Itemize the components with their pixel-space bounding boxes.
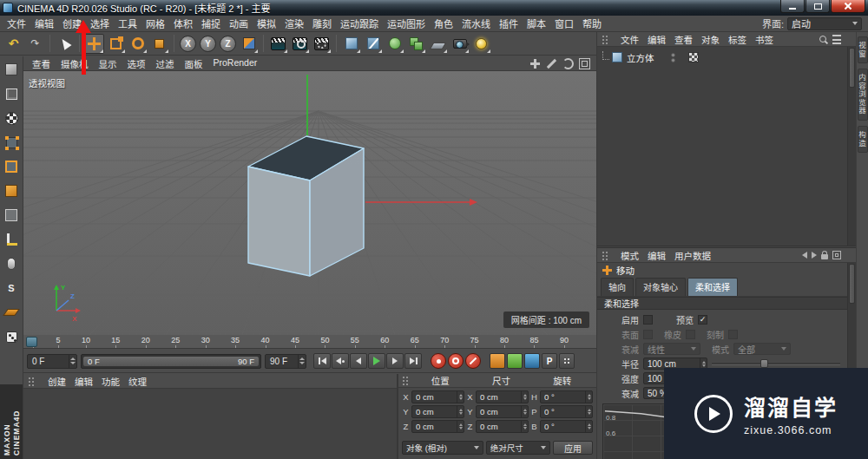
material-menu-item[interactable]: 编辑: [70, 373, 97, 390]
enable-axis-icon[interactable]: [1, 229, 22, 250]
spinner-icon[interactable]: [521, 391, 528, 403]
redo-icon[interactable]: ↷: [25, 34, 45, 54]
pan-view-icon[interactable]: [529, 58, 541, 69]
minimize-button[interactable]: [780, 0, 805, 13]
interface-layout-select[interactable]: 启动: [787, 17, 862, 30]
keyframe-selection-button[interactable]: [465, 353, 481, 369]
falloff-select[interactable]: 线性: [643, 343, 700, 355]
menu-item[interactable]: 插件: [495, 15, 523, 32]
history-back-icon[interactable]: [802, 252, 807, 259]
menu-item[interactable]: 工具: [114, 15, 141, 32]
size-input[interactable]: 0 cm: [476, 420, 529, 433]
rotate-tool-icon[interactable]: [128, 34, 148, 54]
goto-start-button[interactable]: [313, 353, 331, 369]
viewport-menu-item[interactable]: 选项: [122, 56, 151, 71]
autokey-button[interactable]: [448, 353, 464, 369]
add-generator-icon[interactable]: [385, 34, 404, 54]
rotation-input[interactable]: 0 °: [540, 390, 593, 403]
visibility-dots-icon[interactable]: [671, 53, 675, 62]
add-cube-icon[interactable]: [341, 34, 361, 54]
preview-checkbox[interactable]: [698, 315, 707, 325]
slider-handle[interactable]: [760, 359, 768, 368]
render-view-icon[interactable]: [268, 34, 288, 54]
object-manager-menu-item[interactable]: 书签: [751, 31, 778, 48]
preview-range-slider[interactable]: 0 F 90 F: [81, 354, 261, 369]
section-soft-selection[interactable]: 柔和选择: [597, 297, 856, 310]
menu-item[interactable]: 角色: [430, 15, 457, 32]
next-frame-button[interactable]: [386, 353, 404, 369]
size-mode-select[interactable]: 绝对尺寸: [486, 441, 550, 455]
tab-object-axis[interactable]: 对象轴心: [635, 278, 686, 296]
add-camera-icon[interactable]: [450, 34, 470, 54]
viewport-menu-item[interactable]: 显示: [94, 56, 122, 71]
spinner-icon[interactable]: [521, 406, 528, 417]
y-axis-lock-button[interactable]: Y: [200, 36, 216, 52]
spinner-icon[interactable]: [457, 421, 464, 432]
position-input[interactable]: 0 cm: [411, 420, 464, 433]
current-frame-input[interactable]: 0 F: [27, 354, 77, 369]
spinner-icon[interactable]: [69, 355, 76, 368]
menu-item[interactable]: 文件: [3, 15, 30, 32]
menu-item[interactable]: 动画: [225, 15, 253, 32]
play-button[interactable]: [368, 353, 385, 369]
material-menu-item[interactable]: 功能: [97, 373, 124, 390]
attribute-manager-menu-item[interactable]: 编辑: [643, 247, 670, 264]
object-tree[interactable]: 立方体: [597, 47, 856, 246]
history-forward-icon[interactable]: [812, 252, 817, 259]
selected-cube[interactable]: [248, 136, 364, 276]
menu-item[interactable]: 选择: [86, 15, 114, 32]
menu-item[interactable]: 渲染: [280, 15, 308, 32]
lock-icon[interactable]: [821, 254, 828, 259]
viewport-menu-item[interactable]: 过滤: [151, 56, 180, 71]
x-axis-lock-button[interactable]: X: [180, 36, 196, 52]
workplane-icon[interactable]: [1, 302, 22, 323]
range-bar[interactable]: 0 F 90 F: [83, 357, 259, 366]
add-mograph-icon[interactable]: [406, 34, 426, 54]
viewport-menu-item[interactable]: 面板: [180, 56, 208, 71]
eraser-checkbox[interactable]: [686, 330, 695, 339]
object-row-cube[interactable]: 立方体: [602, 50, 844, 64]
record-rotation-toggle[interactable]: [524, 353, 540, 369]
record-scale-toggle[interactable]: [507, 353, 523, 369]
size-input[interactable]: 0 cm: [476, 405, 529, 418]
z-axis-lock-button[interactable]: Z: [220, 36, 236, 52]
apply-button[interactable]: 应用: [553, 441, 593, 455]
rotation-input[interactable]: 0 °: [540, 405, 593, 418]
menu-item[interactable]: 雕刻: [308, 15, 336, 32]
spinner-icon[interactable]: [521, 421, 528, 432]
menu-item[interactable]: 编辑: [30, 15, 58, 32]
render-picture-viewer-icon[interactable]: [290, 34, 310, 54]
rotation-input[interactable]: 0 °: [540, 420, 593, 433]
quantize-icon[interactable]: [1, 326, 22, 347]
material-list[interactable]: [23, 389, 397, 459]
menu-item[interactable]: 流水线: [457, 15, 495, 32]
menu-item[interactable]: 窗口: [550, 15, 578, 32]
enable-checkbox[interactable]: [643, 315, 653, 325]
maximize-button[interactable]: [806, 0, 830, 13]
object-manager-menu-item[interactable]: 编辑: [643, 31, 670, 48]
viewport-menu-item[interactable]: ProRender: [208, 56, 263, 71]
spinner-icon[interactable]: [585, 421, 592, 432]
record-parameter-toggle[interactable]: P: [542, 353, 557, 369]
coords-mode-select[interactable]: 对象 (相对): [402, 441, 483, 455]
menu-item[interactable]: 模拟: [253, 15, 280, 32]
tab-soft-selection[interactable]: 柔和选择: [687, 278, 738, 296]
material-menu-item[interactable]: 创建: [43, 373, 70, 390]
undo-icon[interactable]: ↶: [3, 34, 23, 54]
texture-mode-icon[interactable]: [1, 108, 22, 128]
prev-key-button[interactable]: [332, 353, 349, 369]
prev-frame-button[interactable]: [350, 353, 367, 369]
make-editable-icon[interactable]: [1, 59, 22, 80]
snap-toggle-icon[interactable]: S: [1, 278, 22, 298]
object-manager-menu-item[interactable]: 查看: [670, 31, 697, 48]
cube-left-face[interactable]: [248, 167, 310, 276]
object-manager-menu-item[interactable]: 对象: [697, 31, 724, 48]
attribute-manager-menu-item[interactable]: 模式: [616, 247, 643, 264]
object-manager-menu-item[interactable]: 标签: [724, 31, 751, 48]
viewport-menu-item[interactable]: 查看: [27, 56, 56, 71]
filter-icon[interactable]: [832, 35, 841, 44]
polygons-mode-icon[interactable]: [1, 180, 22, 201]
viewport-menu-item[interactable]: 摄像机: [56, 56, 94, 71]
live-selection-icon[interactable]: [55, 34, 75, 54]
record-keyframe-button[interactable]: [431, 353, 446, 369]
